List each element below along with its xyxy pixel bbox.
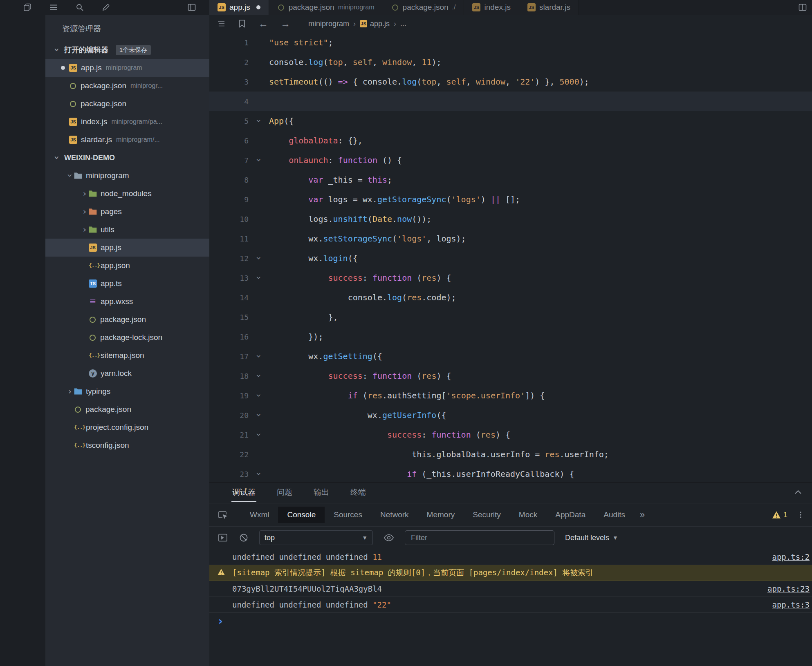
open-editor-package.json[interactable]: package.json <box>45 95 209 113</box>
panel-tab-终端[interactable]: 终端 <box>350 484 367 502</box>
split-editor-icon[interactable] <box>798 3 807 12</box>
clear-console-icon[interactable] <box>239 533 249 543</box>
editor-tab-package.json[interactable]: package.jsonminiprogram <box>269 0 383 15</box>
console-filter-input[interactable] <box>405 530 554 545</box>
pages-icon[interactable] <box>23 3 32 12</box>
code-line-2[interactable]: 2console.log(top, self, window, 11); <box>209 52 812 72</box>
bookmark-icon[interactable] <box>238 19 246 28</box>
code-line-17[interactable]: 17› wx.getSetting({ <box>209 346 812 366</box>
source-link[interactable]: app.ts:23 <box>767 581 810 597</box>
tree-item-utils[interactable]: ›utils <box>45 221 209 239</box>
fold-chevron-icon[interactable]: › <box>249 116 269 126</box>
fold-chevron-icon[interactable]: › <box>249 430 269 440</box>
collapse-panel-icon[interactable] <box>793 487 803 497</box>
code-line-21[interactable]: 21› success: function (res) { <box>209 425 812 445</box>
code-line-22[interactable]: 22 _this.globalData.userInfo = res.userI… <box>209 445 812 464</box>
code-line-20[interactable]: 20› wx.getUserInfo({ <box>209 405 812 425</box>
code-line-1[interactable]: 1"use strict"; <box>209 33 812 52</box>
fold-chevron-icon[interactable]: › <box>249 391 269 400</box>
code-line-11[interactable]: 11 wx.setStorageSync('logs', logs); <box>209 229 812 248</box>
navigate-back-icon[interactable]: ← <box>258 18 268 29</box>
source-link[interactable]: app.ts:3 <box>772 597 810 612</box>
code-line-12[interactable]: 12› wx.login({ <box>209 248 812 268</box>
search-icon[interactable] <box>75 3 84 12</box>
tree-item-app.js[interactable]: ›JSapp.js <box>45 239 209 257</box>
toggle-sidebar-icon[interactable] <box>187 3 196 12</box>
breadcrumb-item[interactable]: JSapp.js <box>360 20 390 28</box>
devtools-tab-audits[interactable]: Audits <box>594 507 634 523</box>
panel-tab-调试器[interactable]: 调试器 <box>231 484 256 502</box>
code-line-10[interactable]: 10 logs.unshift(Date.now()); <box>209 209 812 229</box>
tree-item-node_modules[interactable]: ›node_modules <box>45 185 209 203</box>
kebab-menu-icon[interactable] <box>796 511 805 519</box>
eye-icon[interactable] <box>384 533 394 542</box>
context-selector[interactable]: top ▼ <box>259 530 373 545</box>
code-line-6[interactable]: 6 globalData: {}, <box>209 131 812 150</box>
fold-chevron-icon[interactable]: › <box>249 371 269 381</box>
outline-icon[interactable] <box>217 19 226 28</box>
breadcrumb-item[interactable]: ... <box>400 20 406 28</box>
fold-chevron-icon[interactable]: › <box>249 410 269 420</box>
console-sidebar-icon[interactable] <box>218 532 228 543</box>
tree-item-package.json[interactable]: ›package.json <box>45 400 209 418</box>
inspect-element-icon[interactable] <box>218 510 228 520</box>
devtools-tab-mock[interactable]: Mock <box>510 507 546 523</box>
fold-chevron-icon[interactable]: › <box>249 273 269 283</box>
code-line-18[interactable]: 18› success: function (res) { <box>209 366 812 386</box>
fold-chevron-icon[interactable]: › <box>249 351 269 361</box>
tree-item-package.json[interactable]: ›package.json <box>45 311 209 329</box>
code-line-15[interactable]: 15 }, <box>209 307 812 327</box>
open-editor-slardar.js[interactable]: JSslardar.jsminiprogram/... <box>45 131 209 149</box>
open-editor-package.json[interactable]: package.jsonminiprogr... <box>45 77 209 95</box>
log-levels-dropdown[interactable]: Default levels ▼ <box>565 534 618 542</box>
code-line-4[interactable]: 4 <box>209 92 812 111</box>
edit-pen-icon[interactable] <box>101 3 110 12</box>
menu-icon[interactable] <box>49 3 58 12</box>
devtools-tab-memory[interactable]: Memory <box>418 507 464 523</box>
tree-item-typings[interactable]: ›typings <box>45 382 209 400</box>
code-line-13[interactable]: 13› success: function (res) { <box>209 268 812 288</box>
open-editor-app.js[interactable]: JSapp.jsminiprogram <box>45 59 209 77</box>
panel-tab-问题[interactable]: 问题 <box>276 484 293 502</box>
code-line-3[interactable]: 3setTimeout(() => { console.log(top, sel… <box>209 72 812 92</box>
devtools-tab-wxml[interactable]: Wxml <box>241 507 278 523</box>
open-editors-header[interactable]: › 打开的编辑器 1个未保存 <box>45 41 209 59</box>
tree-item-app.wxss[interactable]: ›≡app.wxss <box>45 293 209 311</box>
fold-chevron-icon[interactable]: › <box>249 155 269 165</box>
tree-item-project.config.json[interactable]: ›{..}project.config.json <box>45 418 209 436</box>
code-line-7[interactable]: 7› onLaunch: function () { <box>209 150 812 170</box>
code-line-14[interactable]: 14 console.log(res.code); <box>209 288 812 307</box>
navigate-forward-icon[interactable]: → <box>280 18 290 29</box>
console-prompt-row[interactable]: › <box>209 613 812 629</box>
tree-item-sitemap.json[interactable]: ›{..}sitemap.json <box>45 346 209 364</box>
tree-item-yarn.lock[interactable]: ›yyarn.lock <box>45 364 209 382</box>
code-line-8[interactable]: 8 var _this = this; <box>209 170 812 190</box>
code-line-23[interactable]: 23› if (_this.userInfoReadyCallback) { <box>209 464 812 482</box>
tree-item-miniprogram[interactable]: ›miniprogram <box>45 167 209 185</box>
devtools-tab-appdata[interactable]: AppData <box>546 507 594 523</box>
tree-item-package-lock.json[interactable]: ›package-lock.json <box>45 329 209 346</box>
code-line-16[interactable]: 16 }); <box>209 327 812 346</box>
code-line-9[interactable]: 9 var logs = wx.getStorageSync('logs') |… <box>209 190 812 209</box>
source-link[interactable]: app.ts:2 <box>772 549 810 565</box>
editor-tab-package.json[interactable]: package.json./ <box>383 0 464 15</box>
tree-item-app.json[interactable]: ›{..}app.json <box>45 257 209 275</box>
workspace-header[interactable]: › WEIXIN-DEMO <box>45 149 209 167</box>
editor-tab-index.js[interactable]: JSindex.js <box>464 0 519 15</box>
tree-item-pages[interactable]: ›pages <box>45 203 209 221</box>
tree-item-tsconfig.json[interactable]: ›{..}tsconfig.json <box>45 436 209 454</box>
fold-chevron-icon[interactable]: › <box>249 469 269 479</box>
code-line-19[interactable]: 19› if (res.authSetting['scope.userInfo'… <box>209 386 812 405</box>
editor-tab-slardar.js[interactable]: JSslardar.js <box>519 0 579 15</box>
devtools-tab-sources[interactable]: Sources <box>325 507 371 523</box>
breadcrumb-item[interactable]: miniprogram <box>308 20 349 28</box>
editor-tab-app.js[interactable]: JSapp.js <box>209 0 269 15</box>
more-tabs-icon[interactable]: » <box>634 510 650 520</box>
warning-count-badge[interactable]: 1 <box>772 511 787 519</box>
tree-item-app.ts[interactable]: ›TSapp.ts <box>45 275 209 293</box>
open-editor-index.js[interactable]: JSindex.jsminiprogram/pa... <box>45 113 209 131</box>
code-line-5[interactable]: 5›App({ <box>209 111 812 131</box>
panel-tab-输出[interactable]: 输出 <box>313 484 330 502</box>
devtools-tab-security[interactable]: Security <box>464 507 510 523</box>
devtools-tab-console[interactable]: Console <box>278 507 325 523</box>
